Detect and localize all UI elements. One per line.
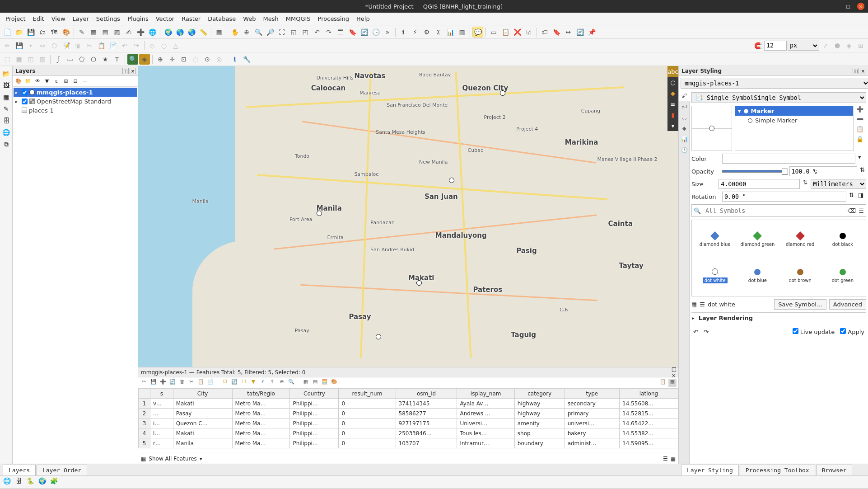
- layers-styledock-icon[interactable]: 🎨: [14, 77, 23, 85]
- snap-unit-select[interactable]: px: [788, 41, 819, 51]
- pan-to-selection-icon[interactable]: ⊕: [241, 27, 252, 38]
- snap2-icon[interactable]: ⬢: [832, 40, 843, 51]
- attr-table-icon[interactable]: ▥: [457, 27, 467, 38]
- open-project-icon[interactable]: 📁: [14, 27, 24, 38]
- add-vector-icon[interactable]: ▦: [88, 27, 99, 38]
- styling-tab-masks-icon[interactable]: ◡: [679, 112, 690, 123]
- zoom-selection-icon[interactable]: ◱: [288, 27, 299, 38]
- georef2-icon[interactable]: ▦: [14, 54, 24, 65]
- add-mesh-icon[interactable]: ▨: [112, 27, 122, 38]
- attr-new-field-icon[interactable]: ▦: [302, 379, 310, 387]
- attr-deselect-icon[interactable]: ☐: [240, 379, 248, 387]
- save-symbol-button[interactable]: Save Symbol…: [774, 299, 826, 310]
- select-expr-icon[interactable]: ▭: [65, 54, 75, 65]
- symbol-gallery-item[interactable]: dot green: [822, 259, 863, 293]
- tips-icon[interactable]: 💬: [472, 27, 483, 38]
- styling-tab-labels-icon[interactable]: 🏷: [679, 101, 690, 112]
- color-dropdown-button[interactable]: ▾: [858, 154, 866, 164]
- attr-form-view-icon[interactable]: 📋: [659, 379, 667, 387]
- rotation-spinner[interactable]: ⇅: [849, 192, 855, 202]
- attr-select-expr-icon[interactable]: ε: [259, 379, 267, 387]
- attr-col-header[interactable]: result_num: [339, 389, 396, 399]
- stats-icon[interactable]: 📊: [445, 27, 456, 38]
- style-manager-icon[interactable]: 🎨: [61, 27, 71, 38]
- label-rotate-icon[interactable]: 🔄: [574, 27, 585, 38]
- tab-layer-order[interactable]: Layer Order: [37, 465, 87, 475]
- add-wms-icon[interactable]: ➕: [135, 27, 146, 38]
- symbol-search-input[interactable]: [704, 206, 845, 216]
- window-maximize-button[interactable]: □: [845, 3, 852, 10]
- size-input[interactable]: [719, 179, 800, 189]
- menu-settings[interactable]: Settings: [93, 14, 124, 24]
- snap1-icon[interactable]: ⤢: [820, 40, 831, 51]
- attr-undock-button[interactable]: ◫: [672, 366, 677, 372]
- menu-plugins[interactable]: Plugins: [124, 14, 152, 24]
- live-update-checkbox[interactable]: Live update: [793, 328, 835, 335]
- layer-visibility-checkbox[interactable]: [22, 89, 28, 95]
- zoom-out-icon[interactable]: 🔎: [265, 27, 275, 38]
- table-row[interactable]: 4l…MakatiMetro Ma…Philippi…025033846…Tou…: [139, 428, 678, 438]
- opacity-spinner[interactable]: ⇅: [860, 166, 866, 176]
- attr-col-header[interactable]: category: [514, 389, 565, 399]
- layers-expand-icon[interactable]: ⊞: [62, 77, 70, 85]
- layer-tree-row[interactable]: places-1: [14, 106, 137, 115]
- tab-processing-toolbox[interactable]: Processing Toolbox: [740, 465, 815, 475]
- select-by-value-icon[interactable]: 📋: [500, 27, 511, 38]
- tab-browser[interactable]: Browser: [816, 465, 853, 475]
- pan-icon[interactable]: ✋: [229, 27, 240, 38]
- styling-tab-3d-icon[interactable]: ◆: [679, 123, 690, 134]
- layers-add-group-icon[interactable]: 📁: [24, 77, 32, 85]
- size-spinner[interactable]: ⇅: [803, 179, 808, 189]
- attr-delete-field-icon[interactable]: ▤: [311, 379, 319, 387]
- symbol-gallery[interactable]: diamond bluediamond greendiamond reddot …: [691, 220, 866, 296]
- gallery-view-icon-icon[interactable]: ▦: [691, 301, 697, 308]
- styling-tab-diagrams-icon[interactable]: 📊: [679, 134, 690, 145]
- menu-raster[interactable]: Raster: [178, 14, 204, 24]
- attr-invert-icon[interactable]: 🔃: [230, 379, 238, 387]
- zoom-layer-icon[interactable]: ◰: [300, 27, 311, 38]
- deselect-icon[interactable]: ❌: [512, 27, 523, 38]
- zoom-last-icon[interactable]: ↶: [312, 27, 322, 38]
- save-as-icon[interactable]: 🗂: [37, 27, 48, 38]
- attr-paste-icon[interactable]: 📄: [206, 379, 215, 387]
- symbol-search-clear-icon[interactable]: ⌫: [848, 207, 856, 214]
- symbol-remove-button[interactable]: ➖: [856, 116, 865, 125]
- map-feature-marker[interactable]: [500, 90, 505, 96]
- attr-filter-selected-icon[interactable]: ▼: [249, 379, 257, 387]
- new-vector-icon[interactable]: ✎: [76, 27, 87, 38]
- opacity-slider[interactable]: [722, 170, 787, 173]
- symbol-layer-tree[interactable]: ▾Marker Simple Marker: [735, 106, 854, 151]
- toolbox-icon[interactable]: ⚙: [421, 27, 432, 38]
- snap4-icon[interactable]: ⊞: [855, 40, 866, 51]
- menu-view[interactable]: View: [48, 14, 69, 24]
- menu-edit[interactable]: Edit: [29, 14, 48, 24]
- data-source-db-icon[interactable]: 🗄: [1, 116, 11, 126]
- layer-visibility-checkbox[interactable]: [22, 99, 28, 104]
- layers-tree[interactable]: ▸mmqgis-places-1▸OpenStreetMap Standardp…: [13, 87, 138, 464]
- map-feature-marker[interactable]: [416, 280, 422, 286]
- data-source-vector-icon[interactable]: 📂: [1, 69, 11, 79]
- expression-icon[interactable]: ƒ: [53, 54, 64, 65]
- identify-icon[interactable]: ℹ: [398, 27, 409, 38]
- attr-table-toggle-icon[interactable]: ▦: [671, 456, 676, 462]
- symbol-gallery-item[interactable]: diamond green: [737, 223, 778, 257]
- symbol-gallery-item[interactable]: diamond red: [780, 223, 821, 257]
- advanced-button[interactable]: Advanced: [829, 299, 866, 310]
- zoom-in-icon[interactable]: 🔍: [253, 27, 264, 38]
- attr-show-all-features[interactable]: Show All Features: [149, 456, 196, 462]
- attr-col-header[interactable]: osm_id: [396, 389, 457, 399]
- more-icon[interactable]: »: [382, 27, 393, 38]
- table-row[interactable]: 1v…MakatiMetro Ma…Philippi…0374114345Aya…: [139, 399, 678, 409]
- layer-tree-row[interactable]: ▸OpenStreetMap Standard: [14, 97, 137, 106]
- attr-footer-dropdown-icon[interactable]: ▾: [200, 456, 202, 462]
- attr-col-header[interactable]: tate/Regio: [232, 389, 290, 399]
- menu-vector[interactable]: Vector: [152, 14, 178, 24]
- symbol-gallery-item[interactable]: dot brown: [780, 259, 821, 293]
- layer-tree-row[interactable]: ▸mmqgis-places-1: [14, 88, 137, 97]
- attr-add-icon[interactable]: ➕: [159, 379, 167, 387]
- tab-layers[interactable]: Layers: [3, 465, 36, 475]
- globe2-icon[interactable]: 🌎: [174, 27, 185, 38]
- run-feature-action-icon[interactable]: ⚡: [410, 27, 420, 38]
- styling-tab-symbology-icon[interactable]: 🖌: [679, 90, 690, 101]
- attr-reload-icon[interactable]: 🔄: [168, 379, 177, 387]
